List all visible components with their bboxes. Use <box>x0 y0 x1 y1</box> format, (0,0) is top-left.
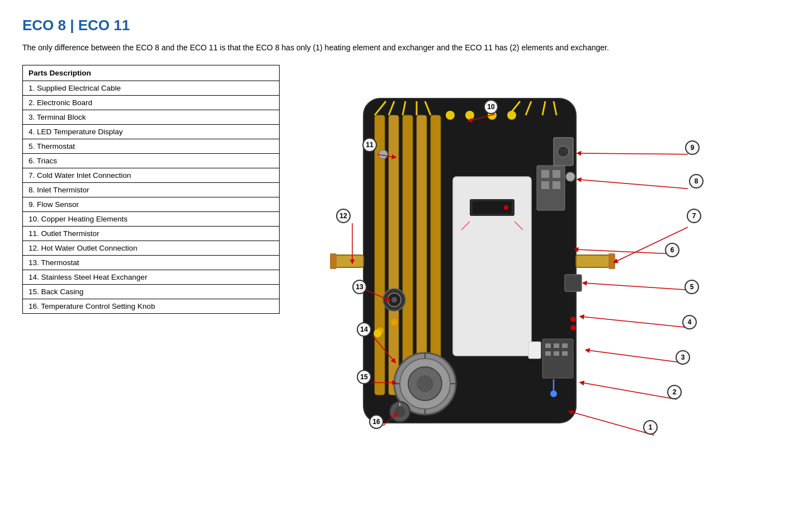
svg-point-40 <box>558 146 569 157</box>
svg-point-54 <box>394 406 405 417</box>
callout-8: 8 <box>689 174 704 188</box>
table-row: 4. LED Temperature Display <box>23 125 280 139</box>
callout-11: 11 <box>362 138 377 152</box>
callout-13: 13 <box>352 280 367 294</box>
intro-paragraph: The only difference between the ECO 8 an… <box>22 42 777 54</box>
table-row: 8. Inlet Thermistor <box>23 183 280 197</box>
svg-rect-43 <box>576 255 610 267</box>
svg-point-35 <box>391 297 397 303</box>
table-row: 14. Stainless Steel Heat Exchanger <box>23 270 280 285</box>
content-area: Parts Description 1. Supplied Electrical… <box>22 65 790 456</box>
svg-rect-26 <box>554 343 559 348</box>
svg-rect-6 <box>389 115 399 395</box>
table-row: 15. Back Casing <box>23 285 280 299</box>
table-row: 6. Triacs <box>23 154 280 168</box>
svg-rect-27 <box>562 343 568 348</box>
callout-3: 3 <box>676 350 690 365</box>
table-row: 3. Terminal Block <box>23 110 280 125</box>
table-header: Parts Description <box>23 65 280 81</box>
callout-1: 1 <box>643 420 658 435</box>
table-row: 12. Hot Water Outlet Connection <box>23 241 280 256</box>
parts-table: Parts Description 1. Supplied Electrical… <box>22 65 280 314</box>
svg-rect-41 <box>336 255 363 267</box>
svg-rect-42 <box>330 253 337 269</box>
table-row: 2. Electronic Board <box>23 96 280 110</box>
table-row: 7. Cold Water Inlet Connection <box>23 168 280 183</box>
svg-rect-25 <box>545 343 551 348</box>
svg-rect-44 <box>608 253 615 269</box>
table-row: 9. Flow Sensor <box>23 197 280 212</box>
svg-rect-56 <box>528 342 541 359</box>
table-row: 13. Thermostat <box>23 256 280 270</box>
callout-14: 14 <box>357 322 371 337</box>
callout-16: 16 <box>369 414 384 429</box>
svg-point-4 <box>504 205 508 210</box>
svg-rect-7 <box>403 115 413 395</box>
svg-point-64 <box>446 111 455 120</box>
device-illustration <box>296 65 643 468</box>
table-row: 5. Thermostat <box>23 139 280 154</box>
callout-2: 2 <box>667 385 682 399</box>
svg-point-60 <box>570 325 576 331</box>
svg-rect-38 <box>565 275 582 291</box>
svg-rect-22 <box>541 181 549 189</box>
svg-point-65 <box>465 111 474 120</box>
callout-10: 10 <box>484 100 498 114</box>
table-row: 1. Supplied Electrical Cable <box>23 81 280 96</box>
svg-rect-28 <box>545 351 551 356</box>
svg-point-59 <box>570 317 576 322</box>
page-title: ECO 8 | ECO 11 <box>22 17 790 34</box>
table-row: 11. Outlet Thermistor <box>23 227 280 241</box>
callout-12: 12 <box>336 209 351 223</box>
svg-rect-20 <box>541 170 549 178</box>
svg-rect-30 <box>562 351 568 356</box>
svg-point-67 <box>507 111 516 120</box>
svg-point-32 <box>550 390 557 397</box>
callout-4: 4 <box>682 315 697 329</box>
callout-7: 7 <box>687 209 701 223</box>
table-row: 10. Copper Heating Elements <box>23 212 280 227</box>
diagram-area: 1 2 3 4 5 6 7 8 9 10 11 12 13 14 15 16 <box>296 65 790 456</box>
callout-15: 15 <box>357 370 371 384</box>
callout-5: 5 <box>684 280 699 294</box>
svg-point-36 <box>391 319 398 326</box>
svg-rect-19 <box>537 166 565 210</box>
svg-point-62 <box>379 150 388 159</box>
svg-rect-23 <box>553 181 560 189</box>
callout-9: 9 <box>685 140 700 155</box>
svg-point-61 <box>566 172 575 181</box>
svg-rect-21 <box>553 170 560 178</box>
table-row: 16. Temperature Control Setting Knob <box>23 299 280 314</box>
callout-6: 6 <box>665 243 679 257</box>
svg-point-63 <box>374 329 381 337</box>
svg-rect-29 <box>554 351 559 356</box>
svg-point-48 <box>417 375 433 392</box>
